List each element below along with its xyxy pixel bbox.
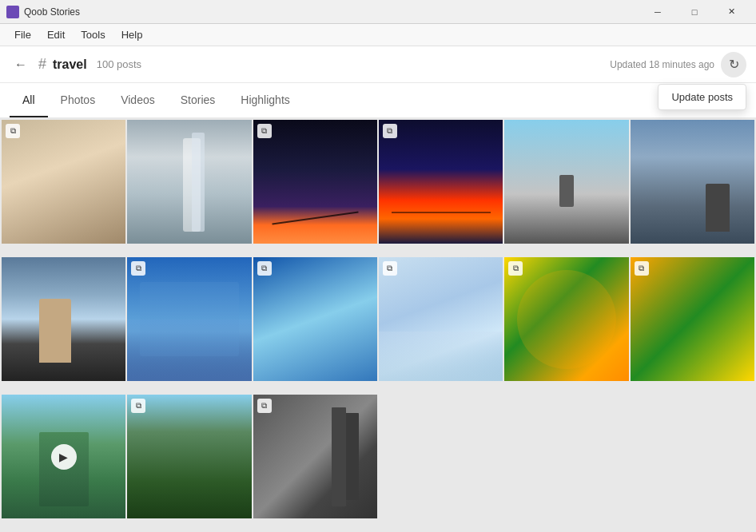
multi-photo-icon: ⧉ <box>383 124 397 138</box>
multi-photo-icon: ⧉ <box>6 124 20 138</box>
grid-item[interactable] <box>631 120 754 244</box>
menu-help[interactable]: Help <box>113 26 151 44</box>
photo-grid: ⧉ ⧉ ⧉ <box>0 118 756 532</box>
refresh-icon: ↻ <box>729 57 739 72</box>
grid-item[interactable] <box>504 120 628 244</box>
multi-photo-icon: ⧉ <box>508 261 523 276</box>
grid-item[interactable]: ▶ <box>2 395 125 518</box>
multi-photo-icon: ⧉ <box>257 124 272 138</box>
grid-item[interactable]: ⧉ <box>127 395 251 518</box>
minimize-button[interactable]: ─ <box>639 0 676 24</box>
grid-item[interactable]: ⧉ <box>253 395 377 518</box>
multi-photo-icon: ⧉ <box>131 399 145 413</box>
multi-photo-icon: ⧉ <box>383 261 397 276</box>
grid-item[interactable]: ⧉ <box>127 257 251 381</box>
grid-item[interactable] <box>127 120 251 244</box>
close-button[interactable]: ✕ <box>713 0 750 24</box>
multi-photo-icon: ⧉ <box>131 261 145 276</box>
app-title: Qoob Stories <box>24 6 639 18</box>
post-count: 100 posts <box>97 58 141 70</box>
back-button[interactable]: ← <box>10 54 32 76</box>
menu-edit[interactable]: Edit <box>39 26 73 44</box>
updated-timestamp: Updated 18 minutes ago <box>610 59 714 70</box>
hashtag-label: travel <box>53 58 87 72</box>
menu-tools[interactable]: Tools <box>73 26 113 44</box>
play-icon: ▶ <box>51 444 77 470</box>
grid-item[interactable]: ⧉ <box>631 257 754 381</box>
grid-item[interactable]: ⧉ <box>253 257 377 381</box>
tab-all[interactable]: All <box>10 84 48 117</box>
menubar: File Edit Tools Help <box>0 24 756 46</box>
grid-item[interactable] <box>2 257 125 381</box>
titlebar: Qoob Stories ─ □ ✕ <box>0 0 756 24</box>
grid-item[interactable]: ⧉ <box>379 257 503 381</box>
multi-photo-icon: ⧉ <box>257 399 272 413</box>
tab-stories[interactable]: Stories <box>168 84 229 117</box>
window-controls: ─ □ ✕ <box>639 0 750 24</box>
back-icon: ← <box>14 58 27 72</box>
menu-file[interactable]: File <box>6 26 39 44</box>
tabs-bar: All Photos Videos Stories Highlights ≡🔍 … <box>0 83 756 118</box>
grid-item[interactable]: ⧉ <box>2 120 125 244</box>
tab-videos[interactable]: Videos <box>108 84 168 117</box>
app-logo <box>6 6 19 18</box>
refresh-button[interactable]: ↻ Update posts <box>721 52 746 77</box>
grid-item[interactable]: ⧉ <box>379 120 503 244</box>
tab-highlights[interactable]: Highlights <box>228 84 302 117</box>
maximize-button[interactable]: □ <box>676 0 713 24</box>
multi-photo-icon: ⧉ <box>635 261 649 276</box>
tab-photos[interactable]: Photos <box>48 84 109 117</box>
grid-item[interactable]: ⧉ <box>504 257 628 381</box>
header: ← # travel 100 posts Updated 18 minutes … <box>0 46 756 83</box>
hash-symbol: # <box>38 56 46 73</box>
multi-photo-icon: ⧉ <box>257 261 272 276</box>
update-posts-tooltip: Update posts <box>658 84 746 110</box>
grid-item[interactable]: ⧉ <box>253 120 377 244</box>
